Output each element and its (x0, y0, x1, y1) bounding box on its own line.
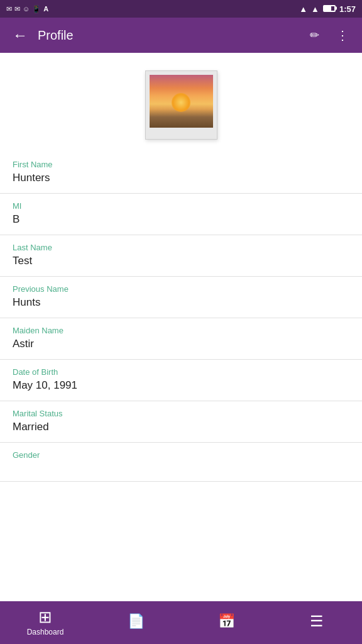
wifi-icon: ▲ (299, 4, 307, 14)
dashboard-label: Dashboard (27, 628, 64, 636)
app-bar-actions: ✏ ⋮ (302, 23, 354, 48)
field-last-name[interactable]: Last Name Test (0, 235, 362, 277)
field-first-name[interactable]: First Name Hunters (0, 152, 362, 194)
mi-label: MI (13, 201, 349, 211)
profile-image-frame[interactable] (145, 70, 217, 140)
nav-menu[interactable]: ☰ (272, 614, 362, 631)
field-mi[interactable]: MI B (0, 194, 362, 235)
main-content: First Name Hunters MI B Last Name Test P… (0, 53, 362, 601)
bottom-nav: ⊞ Dashboard 📄 📅 ☰ (0, 601, 362, 644)
last-name-label: Last Name (13, 243, 349, 252)
app-bar: ← Profile ✏ ⋮ (0, 18, 362, 53)
gender-label: Gender (13, 450, 349, 460)
nav-calendar[interactable]: 📅 (181, 614, 272, 631)
back-button[interactable]: ← (8, 23, 33, 48)
field-dob[interactable]: Date of Birth May 10, 1991 (0, 360, 362, 401)
field-maiden-name[interactable]: Maiden Name Astir (0, 318, 362, 360)
first-name-value: Hunters (13, 172, 349, 184)
last-name-value: Test (13, 255, 349, 267)
field-gender[interactable]: Gender (0, 443, 362, 482)
smiley-icon: ☺ (23, 5, 30, 13)
dashboard-icon: ⊞ (38, 609, 52, 625)
battery-icon (323, 4, 336, 14)
previous-name-label: Previous Name (13, 284, 349, 294)
marital-status-label: Marital Status (13, 409, 349, 418)
a-icon: A (43, 5, 48, 13)
nav-document[interactable]: 📄 (90, 614, 181, 631)
dob-label: Date of Birth (13, 367, 349, 377)
more-options-button[interactable]: ⋮ (329, 23, 354, 48)
email2-icon: ✉ (14, 5, 20, 13)
more-icon: ⋮ (336, 28, 348, 43)
email-icon: ✉ (6, 5, 12, 13)
profile-image-inner (150, 75, 213, 128)
nav-dashboard[interactable]: ⊞ Dashboard (0, 609, 90, 636)
profile-image-container (0, 53, 362, 152)
status-bar: ✉ ✉ ☺ 📱 A ▲ ▲ 1:57 (0, 0, 362, 18)
maiden-name-label: Maiden Name (13, 326, 349, 335)
mi-value: B (13, 213, 349, 226)
previous-name-value: Hunts (13, 296, 349, 309)
dob-value: May 10, 1991 (13, 379, 349, 392)
signal-icon: ▲ (311, 4, 319, 14)
field-previous-name[interactable]: Previous Name Hunts (0, 277, 362, 318)
first-name-label: First Name (13, 160, 349, 169)
status-bar-icons: ✉ ✉ ☺ 📱 A (6, 5, 48, 13)
menu-icon: ☰ (310, 614, 324, 629)
phone-icon: 📱 (32, 5, 41, 13)
status-bar-right: ▲ ▲ 1:57 (299, 4, 356, 14)
field-marital-status[interactable]: Marital Status Married (0, 401, 362, 443)
page-title: Profile (38, 28, 302, 43)
marital-status-value: Married (13, 421, 349, 433)
back-arrow-icon: ← (13, 26, 28, 44)
calendar-icon: 📅 (218, 614, 235, 628)
profile-photo (150, 75, 213, 128)
maiden-name-value: Astir (13, 338, 349, 350)
edit-icon-button[interactable]: ✏ (302, 23, 327, 48)
time-display: 1:57 (339, 4, 356, 14)
edit-icon: ✏ (310, 28, 319, 42)
document-icon: 📄 (128, 614, 145, 628)
